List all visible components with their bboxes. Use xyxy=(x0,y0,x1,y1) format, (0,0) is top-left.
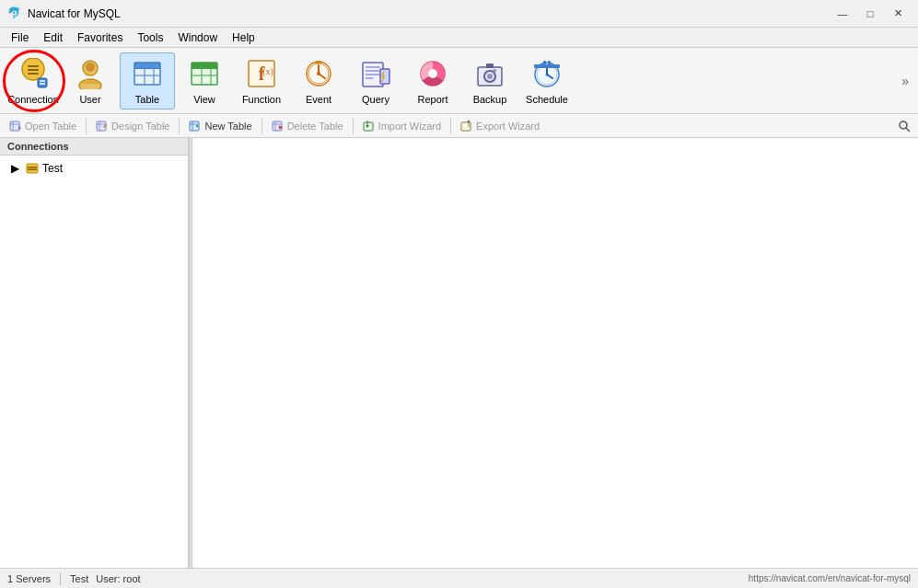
connections-header: Connections xyxy=(0,138,188,156)
toolbar-btn-query[interactable]: Query xyxy=(348,52,403,110)
export-wizard-button[interactable]: Export Wizard xyxy=(455,116,545,136)
main-toolbar: Connection User Table xyxy=(0,48,918,114)
user-icon xyxy=(74,57,107,90)
new-table-icon xyxy=(189,120,202,133)
table-icon xyxy=(131,57,164,90)
toolbar-btn-event[interactable]: Event xyxy=(291,52,346,110)
svg-marker-74 xyxy=(467,120,471,122)
svg-rect-15 xyxy=(135,63,159,68)
status-url: https://navicat.com/en/navicat-for-mysql xyxy=(749,573,911,583)
svg-line-76 xyxy=(906,128,910,132)
svg-rect-77 xyxy=(27,164,38,173)
svg-rect-1 xyxy=(28,65,39,67)
search-button[interactable] xyxy=(894,116,914,136)
svg-rect-79 xyxy=(28,169,37,171)
toolbar-btn-connection[interactable]: Connection xyxy=(6,52,61,110)
expand-arrow-icon: ▶ xyxy=(7,161,22,176)
app-icon: 🐬 xyxy=(7,6,22,21)
event-icon xyxy=(302,57,335,90)
function-icon: f (x) xyxy=(245,57,278,90)
svg-point-43 xyxy=(493,69,496,73)
toolbar-label-event: Event xyxy=(306,94,331,105)
minimize-button[interactable]: — xyxy=(830,5,855,23)
svg-point-38 xyxy=(428,69,437,78)
toolbar-label-query: Query xyxy=(362,94,389,105)
report-icon xyxy=(416,57,449,90)
app-title: Navicat for MySQL xyxy=(28,7,121,20)
svg-rect-40 xyxy=(486,63,494,68)
menu-edit[interactable]: Edit xyxy=(36,29,70,46)
separator-5 xyxy=(450,118,451,134)
design-table-icon xyxy=(96,120,109,133)
toolbar-label-connection: Connection xyxy=(7,94,59,105)
status-bar: 1 Servers Test User: root https://navica… xyxy=(0,568,918,588)
svg-point-9 xyxy=(86,63,95,72)
svg-rect-52 xyxy=(10,121,19,131)
new-table-button[interactable]: New Table xyxy=(183,116,257,136)
toolbar-label-backup: Backup xyxy=(473,94,507,105)
svg-rect-51 xyxy=(534,64,560,68)
query-icon xyxy=(359,57,392,90)
svg-point-75 xyxy=(900,121,907,129)
connection-dot xyxy=(26,162,39,175)
menu-help[interactable]: Help xyxy=(225,29,262,46)
toolbar-expander[interactable]: » xyxy=(901,74,909,88)
svg-point-48 xyxy=(546,73,549,75)
action-toolbar: Open Table Design Table New Table xyxy=(0,114,918,138)
svg-rect-29 xyxy=(316,61,321,63)
svg-rect-3 xyxy=(28,73,39,75)
toolbar-btn-function[interactable]: f (x) Function xyxy=(234,52,289,110)
separator-1 xyxy=(86,118,87,134)
toolbar-label-table: Table xyxy=(135,94,159,105)
delete-table-button[interactable]: Delete Table xyxy=(266,116,349,136)
separator-3 xyxy=(261,118,262,134)
right-panel xyxy=(192,138,918,568)
connection-icon xyxy=(17,57,50,90)
menu-tools[interactable]: Tools xyxy=(130,29,170,46)
svg-rect-2 xyxy=(28,69,39,71)
toolbar-btn-view[interactable]: View xyxy=(177,52,232,110)
svg-rect-4 xyxy=(38,78,47,87)
menu-file[interactable]: File xyxy=(4,29,36,46)
tree-item-label: Test xyxy=(42,162,63,175)
search-icon xyxy=(898,120,911,133)
server-count: 1 Servers xyxy=(7,573,51,584)
import-wizard-button[interactable]: Import Wizard xyxy=(357,116,447,136)
toolbar-label-view: View xyxy=(193,94,215,105)
status-user: User: root xyxy=(96,573,140,584)
status-separator-1 xyxy=(60,572,61,585)
open-table-button[interactable]: Open Table xyxy=(4,116,82,136)
window-controls: — □ ✕ xyxy=(830,5,911,23)
toolbar-btn-schedule[interactable]: Schedule xyxy=(519,52,575,110)
status-connection: Test xyxy=(70,573,88,584)
toolbar-label-schedule: Schedule xyxy=(526,94,568,105)
toolbar-btn-backup[interactable]: Backup xyxy=(462,52,517,110)
menu-window[interactable]: Window xyxy=(170,29,225,46)
svg-point-28 xyxy=(317,72,320,75)
toolbar-btn-user[interactable]: User xyxy=(63,52,118,110)
toolbar-btn-report[interactable]: Report xyxy=(405,52,460,110)
svg-rect-78 xyxy=(28,167,37,168)
menu-favorites[interactable]: Favorites xyxy=(70,29,130,46)
status-right: https://navicat.com/en/navicat-for-mysql xyxy=(749,573,911,583)
toolbar-label-report: Report xyxy=(417,94,447,105)
maximize-button[interactable]: □ xyxy=(857,5,883,23)
svg-text:(x): (x) xyxy=(262,66,273,77)
title-bar: 🐬 Navicat for MySQL — □ ✕ xyxy=(0,0,918,28)
toolbar-label-function: Function xyxy=(242,94,281,105)
view-icon xyxy=(188,57,221,90)
menu-bar: File Edit Favorites Tools Window Help xyxy=(0,28,918,48)
toolbar-label-user: User xyxy=(79,94,100,105)
design-table-button[interactable]: Design Table xyxy=(90,116,175,136)
export-icon xyxy=(460,120,473,133)
close-button[interactable]: ✕ xyxy=(885,5,911,23)
schedule-icon xyxy=(530,57,564,90)
main-content: Connections ▶ Test xyxy=(0,138,918,568)
left-panel: Connections ▶ Test xyxy=(0,138,189,568)
svg-point-42 xyxy=(487,74,493,79)
separator-2 xyxy=(179,118,180,134)
tree-item-test[interactable]: ▶ Test xyxy=(4,159,184,178)
delete-table-icon xyxy=(272,120,285,133)
open-table-icon xyxy=(9,120,22,133)
toolbar-btn-table[interactable]: Table xyxy=(120,52,175,110)
